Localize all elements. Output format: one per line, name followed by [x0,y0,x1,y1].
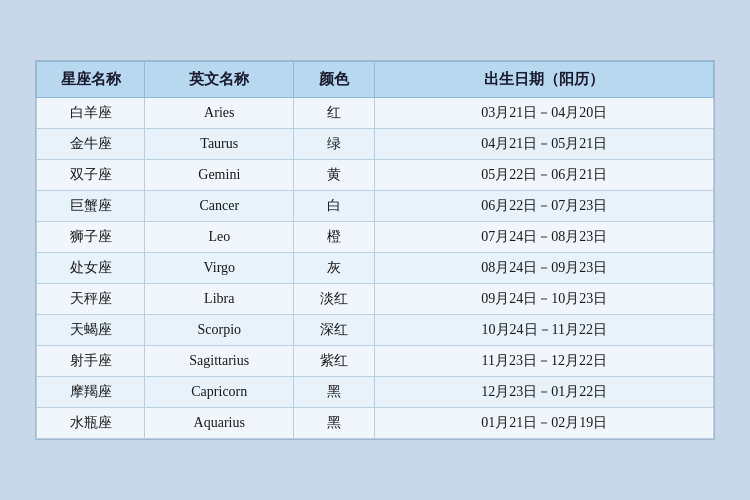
cell-en: Capricorn [145,377,294,408]
cell-date: 07月24日－08月23日 [375,222,714,253]
cell-zh: 摩羯座 [37,377,145,408]
cell-color: 黑 [294,408,375,439]
cell-zh: 狮子座 [37,222,145,253]
header-date: 出生日期（阳历） [375,62,714,98]
cell-color: 绿 [294,129,375,160]
table-row: 巨蟹座Cancer白06月22日－07月23日 [37,191,714,222]
cell-zh: 水瓶座 [37,408,145,439]
cell-en: Taurus [145,129,294,160]
table-row: 天蝎座Scorpio深红10月24日－11月22日 [37,315,714,346]
table-body: 白羊座Aries红03月21日－04月20日金牛座Taurus绿04月21日－0… [37,98,714,439]
cell-en: Libra [145,284,294,315]
header-en: 英文名称 [145,62,294,98]
cell-color: 淡红 [294,284,375,315]
cell-zh: 处女座 [37,253,145,284]
cell-en: Scorpio [145,315,294,346]
zodiac-table: 星座名称 英文名称 颜色 出生日期（阳历） 白羊座Aries红03月21日－04… [36,61,714,439]
cell-en: Cancer [145,191,294,222]
cell-zh: 射手座 [37,346,145,377]
table-row: 处女座Virgo灰08月24日－09月23日 [37,253,714,284]
cell-en: Aquarius [145,408,294,439]
cell-color: 白 [294,191,375,222]
table-header-row: 星座名称 英文名称 颜色 出生日期（阳历） [37,62,714,98]
cell-color: 红 [294,98,375,129]
cell-en: Virgo [145,253,294,284]
cell-zh: 天蝎座 [37,315,145,346]
cell-color: 橙 [294,222,375,253]
zodiac-table-container: 星座名称 英文名称 颜色 出生日期（阳历） 白羊座Aries红03月21日－04… [35,60,715,440]
cell-color: 深红 [294,315,375,346]
cell-zh: 金牛座 [37,129,145,160]
table-row: 狮子座Leo橙07月24日－08月23日 [37,222,714,253]
cell-date: 06月22日－07月23日 [375,191,714,222]
cell-color: 黄 [294,160,375,191]
cell-date: 01月21日－02月19日 [375,408,714,439]
header-zh: 星座名称 [37,62,145,98]
cell-zh: 巨蟹座 [37,191,145,222]
cell-color: 黑 [294,377,375,408]
table-row: 天秤座Libra淡红09月24日－10月23日 [37,284,714,315]
cell-en: Aries [145,98,294,129]
table-row: 白羊座Aries红03月21日－04月20日 [37,98,714,129]
table-row: 射手座Sagittarius紫红11月23日－12月22日 [37,346,714,377]
cell-en: Sagittarius [145,346,294,377]
cell-date: 12月23日－01月22日 [375,377,714,408]
cell-zh: 双子座 [37,160,145,191]
table-row: 水瓶座Aquarius黑01月21日－02月19日 [37,408,714,439]
table-row: 双子座Gemini黄05月22日－06月21日 [37,160,714,191]
cell-en: Gemini [145,160,294,191]
cell-color: 灰 [294,253,375,284]
cell-date: 05月22日－06月21日 [375,160,714,191]
cell-color: 紫红 [294,346,375,377]
cell-zh: 天秤座 [37,284,145,315]
table-row: 金牛座Taurus绿04月21日－05月21日 [37,129,714,160]
header-color: 颜色 [294,62,375,98]
table-row: 摩羯座Capricorn黑12月23日－01月22日 [37,377,714,408]
cell-date: 09月24日－10月23日 [375,284,714,315]
cell-zh: 白羊座 [37,98,145,129]
cell-date: 08月24日－09月23日 [375,253,714,284]
cell-date: 03月21日－04月20日 [375,98,714,129]
cell-date: 11月23日－12月22日 [375,346,714,377]
cell-en: Leo [145,222,294,253]
cell-date: 10月24日－11月22日 [375,315,714,346]
cell-date: 04月21日－05月21日 [375,129,714,160]
